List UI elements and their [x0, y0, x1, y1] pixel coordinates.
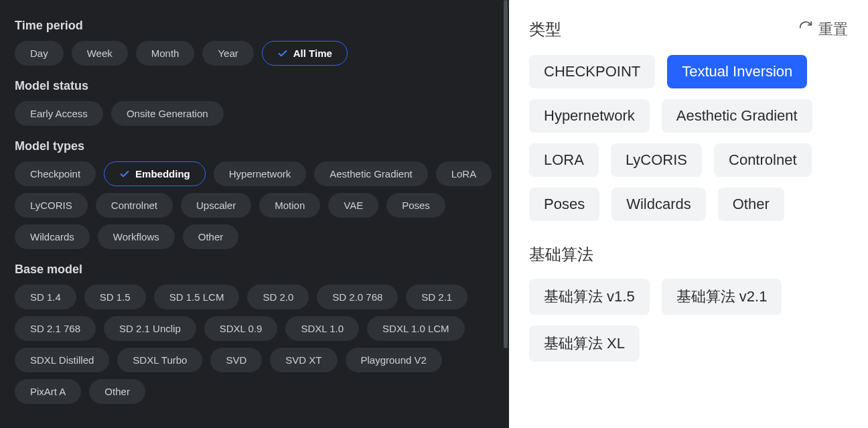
scrollbar-track[interactable] [502, 0, 509, 428]
chip-day[interactable]: Day [15, 41, 64, 66]
chip-label: SD 1.5 LCM [169, 291, 224, 303]
chip-label: SDXL 0.9 [220, 323, 263, 334]
right-title: 类型 [529, 19, 561, 40]
chip-label: Other [198, 231, 224, 242]
tag-controlnet[interactable]: Controlnet [714, 143, 812, 177]
chip-label: PixArt A [30, 386, 66, 397]
chip-workflows[interactable]: Workflows [98, 224, 175, 249]
section-time-period: Time period DayWeekMonthYearAll Time [15, 19, 494, 66]
chip-sdxl-turbo[interactable]: SDXL Turbo [117, 348, 202, 372]
tag-hypernetwork[interactable]: Hypernetwork [529, 99, 650, 133]
tag-poses[interactable]: Poses [529, 188, 599, 221]
filter-panel-dark: Time period DayWeekMonthYearAll Time Mod… [0, 0, 509, 428]
chip-label: Aesthetic Gradient [330, 168, 412, 180]
chip-sd-2-1[interactable]: SD 2.1 [406, 285, 467, 309]
right-header: 类型 重置 [529, 19, 848, 40]
chip-wildcards[interactable]: Wildcards [15, 224, 90, 249]
tag-aesthetic-gradient[interactable]: Aesthetic Gradient [662, 99, 812, 133]
chip-sd-2-0-768[interactable]: SD 2.0 768 [317, 285, 398, 309]
chip-aesthetic-gradient[interactable]: Aesthetic Gradient [314, 161, 427, 186]
chip-label: Poses [402, 200, 430, 211]
chip-month[interactable]: Month [136, 41, 195, 66]
chip-label: Wildcards [30, 231, 74, 242]
chip-playground-v2[interactable]: Playground V2 [346, 348, 442, 372]
chip-sdxl-distilled[interactable]: SDXL Distilled [15, 348, 109, 372]
chip-row-model-status: Early AccessOnsite Generation [15, 101, 494, 126]
scrollbar-thumb[interactable] [504, 0, 508, 348]
chip-label: SDXL Distilled [30, 354, 94, 366]
chip-row-base-model: SD 1.4SD 1.5SD 1.5 LCMSD 2.0SD 2.0 768SD… [15, 285, 494, 404]
chip-label: Controlnet [111, 200, 157, 211]
tag-label: Poses [544, 196, 585, 213]
chip-sdxl-1-0[interactable]: SDXL 1.0 [285, 316, 359, 341]
chip-label: Playground V2 [361, 354, 427, 366]
chip-onsite-generation[interactable]: Onsite Generation [111, 101, 224, 126]
chip-label: Checkpoint [30, 168, 80, 180]
chip-label: Week [87, 48, 113, 59]
chip-week[interactable]: Week [72, 41, 128, 66]
chip-label: Other [104, 386, 130, 397]
chip-other[interactable]: Other [183, 224, 239, 249]
chip-sdxl-1-0-lcm[interactable]: SDXL 1.0 LCM [367, 316, 465, 341]
tag-lycoris[interactable]: LyCORIS [611, 143, 702, 177]
chip-early-access[interactable]: Early Access [15, 101, 103, 126]
chip-label: Embedding [135, 168, 190, 180]
check-icon [277, 48, 288, 59]
heading-base-algo: 基础算法 [529, 244, 848, 265]
chip-other[interactable]: Other [89, 379, 145, 404]
chip-svd-xt[interactable]: SVD XT [270, 348, 337, 372]
check-icon [119, 169, 130, 180]
chip-upscaler[interactable]: Upscaler [181, 193, 251, 218]
tag-label: Aesthetic Gradient [676, 107, 798, 125]
reset-button[interactable]: 重置 [798, 19, 848, 40]
chip-checkpoint[interactable]: Checkpoint [15, 161, 96, 186]
tag-v1-5[interactable]: 基础算法 v1.5 [529, 279, 650, 315]
tag-checkpoint[interactable]: CHECKPOINT [529, 55, 655, 88]
tag-v2-1[interactable]: 基础算法 v2.1 [662, 279, 782, 315]
tag-wildcards[interactable]: Wildcards [611, 188, 706, 221]
chip-svd[interactable]: SVD [210, 348, 262, 372]
chip-embedding[interactable]: Embedding [104, 161, 206, 186]
chip-sd-1-5[interactable]: SD 1.5 [84, 285, 146, 309]
chip-label: Hypernetwork [229, 168, 291, 180]
chip-label: VAE [344, 200, 363, 211]
chip-poses[interactable]: Poses [386, 193, 445, 218]
tag-row-type: CHECKPOINTTextual InversionHypernetworkA… [529, 55, 848, 221]
chip-lora[interactable]: LoRA [436, 161, 492, 186]
chip-label: Onsite Generation [127, 108, 208, 119]
chip-label: SDXL Turbo [133, 354, 187, 366]
tag-label: Controlnet [729, 151, 797, 169]
chip-vae[interactable]: VAE [328, 193, 378, 218]
chip-sd-2-1-unclip[interactable]: SD 2.1 Unclip [104, 316, 196, 341]
chip-label: All Time [293, 48, 332, 59]
chip-label: Month [151, 48, 179, 59]
tag-xl[interactable]: 基础算法 XL [529, 326, 640, 362]
chip-row-model-types: CheckpointEmbeddingHypernetworkAesthetic… [15, 161, 494, 249]
chip-label: Early Access [30, 108, 88, 119]
chip-sd-1-4[interactable]: SD 1.4 [15, 285, 76, 309]
chip-sdxl-0-9[interactable]: SDXL 0.9 [204, 316, 278, 341]
tag-label: Hypernetwork [544, 107, 635, 125]
heading-time-period: Time period [15, 19, 494, 33]
chip-sd-2-0[interactable]: SD 2.0 [247, 285, 309, 309]
chip-controlnet[interactable]: Controlnet [96, 193, 173, 218]
chip-hypernetwork[interactable]: Hypernetwork [214, 161, 307, 186]
chip-pixart-a[interactable]: PixArt A [15, 379, 81, 404]
chip-sd-1-5-lcm[interactable]: SD 1.5 LCM [154, 285, 240, 309]
tag-textual-inversion[interactable]: Textual Inversion [667, 55, 807, 88]
chip-row-time-period: DayWeekMonthYearAll Time [15, 41, 494, 66]
tag-label: 基础算法 v1.5 [544, 287, 635, 307]
tag-other[interactable]: Other [718, 188, 784, 221]
chip-sd-2-1-768[interactable]: SD 2.1 768 [15, 316, 96, 341]
chip-label: SD 1.5 [100, 291, 131, 303]
chip-lycoris[interactable]: LyCORIS [15, 193, 88, 218]
chip-motion[interactable]: Motion [259, 193, 320, 218]
tag-lora[interactable]: LORA [529, 143, 599, 177]
tag-label: Wildcards [626, 196, 691, 213]
chip-all-time[interactable]: All Time [262, 41, 348, 66]
chip-label: SVD XT [285, 354, 321, 366]
chip-year[interactable]: Year [202, 41, 253, 66]
heading-model-types: Model types [15, 139, 494, 153]
chip-label: SD 2.1 Unclip [119, 323, 181, 334]
tag-label: Other [733, 196, 770, 213]
